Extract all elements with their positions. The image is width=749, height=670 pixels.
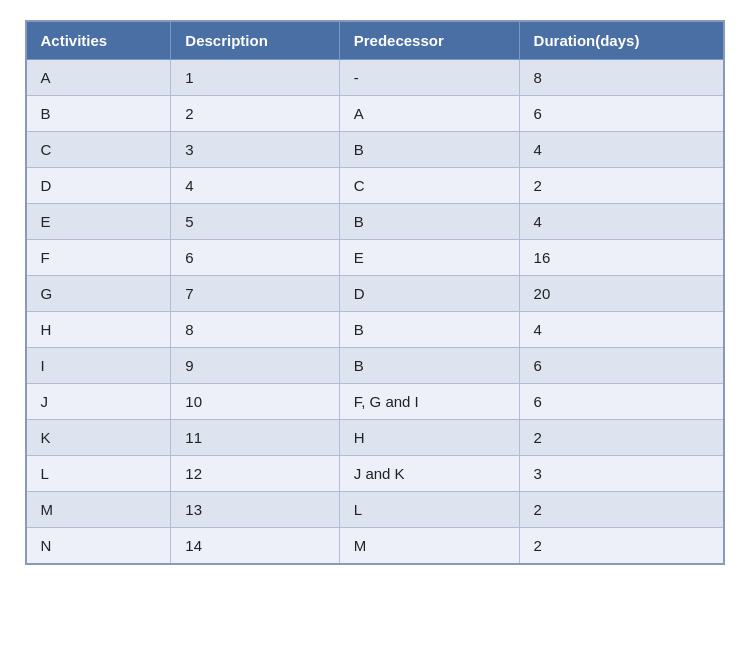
col-header-activities: Activities bbox=[26, 21, 171, 60]
cell-activities: F bbox=[26, 240, 171, 276]
cell-predecessor: B bbox=[339, 348, 519, 384]
table-row: J10F, G and I6 bbox=[26, 384, 724, 420]
cell-duration: 4 bbox=[519, 312, 723, 348]
cell-duration: 4 bbox=[519, 204, 723, 240]
cell-activities: A bbox=[26, 60, 171, 96]
cell-description: 7 bbox=[171, 276, 339, 312]
table-row: M13L2 bbox=[26, 492, 724, 528]
cell-duration: 6 bbox=[519, 384, 723, 420]
table-row: D4C2 bbox=[26, 168, 724, 204]
table-row: A1-8 bbox=[26, 60, 724, 96]
cell-predecessor: F, G and I bbox=[339, 384, 519, 420]
cell-duration: 2 bbox=[519, 528, 723, 565]
table-row: N14M2 bbox=[26, 528, 724, 565]
col-header-description: Description bbox=[171, 21, 339, 60]
cell-predecessor: B bbox=[339, 312, 519, 348]
cell-description: 1 bbox=[171, 60, 339, 96]
cell-predecessor: C bbox=[339, 168, 519, 204]
cell-activities: N bbox=[26, 528, 171, 565]
cell-predecessor: A bbox=[339, 96, 519, 132]
col-header-predecessor: Predecessor bbox=[339, 21, 519, 60]
cell-activities: E bbox=[26, 204, 171, 240]
cell-predecessor: - bbox=[339, 60, 519, 96]
cell-description: 12 bbox=[171, 456, 339, 492]
table-row: C3B4 bbox=[26, 132, 724, 168]
cell-activities: H bbox=[26, 312, 171, 348]
cell-predecessor: B bbox=[339, 132, 519, 168]
cell-duration: 6 bbox=[519, 96, 723, 132]
cell-description: 11 bbox=[171, 420, 339, 456]
cell-activities: B bbox=[26, 96, 171, 132]
cell-description: 13 bbox=[171, 492, 339, 528]
col-header-duration: Duration(days) bbox=[519, 21, 723, 60]
cell-duration: 8 bbox=[519, 60, 723, 96]
cell-duration: 16 bbox=[519, 240, 723, 276]
cell-activities: J bbox=[26, 384, 171, 420]
cell-duration: 2 bbox=[519, 168, 723, 204]
cell-duration: 20 bbox=[519, 276, 723, 312]
activities-table: Activities Description Predecessor Durat… bbox=[25, 20, 725, 565]
cell-description: 14 bbox=[171, 528, 339, 565]
cell-predecessor: L bbox=[339, 492, 519, 528]
cell-duration: 2 bbox=[519, 420, 723, 456]
table-row: L12J and K3 bbox=[26, 456, 724, 492]
cell-activities: D bbox=[26, 168, 171, 204]
table-row: F6E16 bbox=[26, 240, 724, 276]
cell-description: 2 bbox=[171, 96, 339, 132]
cell-predecessor: M bbox=[339, 528, 519, 565]
cell-description: 5 bbox=[171, 204, 339, 240]
table-row: B2A6 bbox=[26, 96, 724, 132]
cell-activities: M bbox=[26, 492, 171, 528]
cell-description: 9 bbox=[171, 348, 339, 384]
cell-activities: L bbox=[26, 456, 171, 492]
cell-activities: I bbox=[26, 348, 171, 384]
table-row: H8B4 bbox=[26, 312, 724, 348]
cell-predecessor: B bbox=[339, 204, 519, 240]
table-row: E5B4 bbox=[26, 204, 724, 240]
cell-predecessor: H bbox=[339, 420, 519, 456]
cell-predecessor: J and K bbox=[339, 456, 519, 492]
table-header-row: Activities Description Predecessor Durat… bbox=[26, 21, 724, 60]
cell-activities: G bbox=[26, 276, 171, 312]
cell-description: 3 bbox=[171, 132, 339, 168]
table-row: I9B6 bbox=[26, 348, 724, 384]
cell-activities: C bbox=[26, 132, 171, 168]
cell-description: 8 bbox=[171, 312, 339, 348]
cell-duration: 2 bbox=[519, 492, 723, 528]
cell-duration: 4 bbox=[519, 132, 723, 168]
cell-duration: 6 bbox=[519, 348, 723, 384]
cell-description: 10 bbox=[171, 384, 339, 420]
cell-activities: K bbox=[26, 420, 171, 456]
table-row: K11H2 bbox=[26, 420, 724, 456]
cell-description: 6 bbox=[171, 240, 339, 276]
cell-duration: 3 bbox=[519, 456, 723, 492]
cell-predecessor: E bbox=[339, 240, 519, 276]
table-row: G7D20 bbox=[26, 276, 724, 312]
cell-predecessor: D bbox=[339, 276, 519, 312]
cell-description: 4 bbox=[171, 168, 339, 204]
